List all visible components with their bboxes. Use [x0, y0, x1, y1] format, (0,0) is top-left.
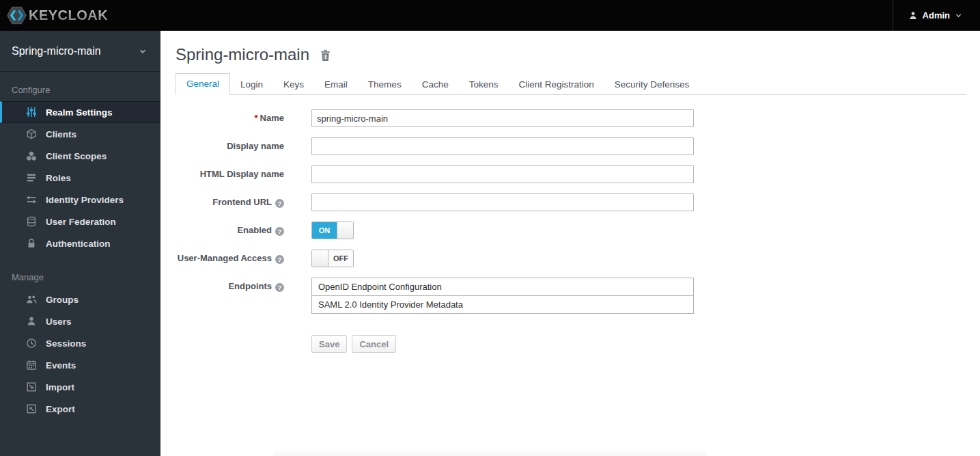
- import-box-icon: [25, 381, 37, 393]
- form-row-user-managed-access: User-Managed Access? OFF: [176, 250, 966, 267]
- cubes-icon: [25, 150, 37, 162]
- sidebar-item-sessions[interactable]: Sessions: [0, 332, 160, 354]
- tab-keys[interactable]: Keys: [273, 75, 314, 95]
- sidebar-item-label: Users: [46, 317, 72, 327]
- sidebar-item-label: Import: [46, 382, 74, 392]
- toggle-handle: [312, 250, 328, 267]
- brand-text: KEYCLOAK: [29, 8, 108, 23]
- sidebar-item-label: Realm Settings: [46, 107, 113, 118]
- main-content: Spring-micro-main General Login Keys Ema…: [160, 31, 980, 456]
- sidebar-item-import[interactable]: Import: [0, 376, 160, 398]
- sidebar-section-manage: Manage: [0, 254, 160, 289]
- tab-email[interactable]: Email: [314, 75, 358, 95]
- topbar: KEYCLOAK Admin: [0, 0, 980, 31]
- frontend-url-field-label: Frontend URL?: [176, 193, 284, 211]
- save-button[interactable]: Save: [311, 335, 347, 353]
- sidebar-item-identity-providers[interactable]: Identity Providers: [0, 189, 160, 211]
- toggle-on-label: ON: [312, 222, 337, 239]
- realm-general-form: *Name Display name HTML Display name: [176, 109, 966, 353]
- clock-icon: [25, 338, 37, 349]
- enabled-toggle[interactable]: ON: [311, 222, 354, 239]
- exchange-arrows-icon: [25, 194, 37, 206]
- html-display-name-input[interactable]: [311, 165, 694, 183]
- toggle-handle: [337, 222, 353, 239]
- delete-realm-button[interactable]: [320, 49, 331, 62]
- tab-login[interactable]: Login: [230, 75, 273, 95]
- tab-client-registration[interactable]: Client Registration: [508, 75, 604, 95]
- sidebar-item-groups[interactable]: Groups: [0, 289, 160, 310]
- sidebar-item-label: Groups: [46, 295, 79, 305]
- tab-cache[interactable]: Cache: [412, 75, 459, 95]
- help-icon[interactable]: ?: [275, 227, 284, 236]
- user-name-label: Admin: [923, 10, 950, 21]
- sidebar-item-clients[interactable]: Clients: [0, 123, 160, 145]
- keycloak-brand-link[interactable]: KEYCLOAK: [0, 5, 108, 25]
- trash-icon: [320, 49, 331, 62]
- enabled-field-label: Enabled?: [176, 222, 284, 239]
- sidebar-item-label: Events: [46, 360, 76, 371]
- keycloak-logo-icon: [7, 5, 27, 25]
- realm-selector-dropdown[interactable]: Spring-micro-main: [0, 31, 160, 72]
- saml-identity-provider-metadata-link[interactable]: SAML 2.0 Identity Provider Metadata: [311, 295, 694, 314]
- tab-general[interactable]: General: [176, 73, 230, 95]
- user-icon: [25, 316, 37, 327]
- form-row-enabled: Enabled? ON: [176, 222, 966, 239]
- name-field-label: *Name: [176, 109, 284, 127]
- sidebar-item-label: Authentication: [46, 239, 111, 249]
- form-row-actions: Save Cancel: [176, 324, 966, 353]
- toggle-off-label: OFF: [328, 250, 353, 267]
- sidebar-item-export[interactable]: Export: [0, 398, 160, 420]
- tab-tokens[interactable]: Tokens: [459, 75, 509, 95]
- list-icon: [25, 172, 37, 184]
- form-row-endpoints: Endpoints? OpenID Endpoint Configuration…: [176, 278, 966, 314]
- calendar-icon: [25, 360, 37, 371]
- sidebar-section-configure: Configure: [0, 72, 160, 101]
- chevron-down-icon: [139, 47, 147, 55]
- realm-name-label: Spring-micro-main: [12, 45, 101, 57]
- sidebar-item-label: Identity Providers: [46, 195, 124, 205]
- help-icon[interactable]: ?: [275, 199, 284, 208]
- sidebar-item-realm-settings[interactable]: Realm Settings: [0, 101, 160, 123]
- help-icon[interactable]: ?: [275, 283, 284, 292]
- openid-endpoint-configuration-link[interactable]: OpenID Endpoint Configuration: [311, 278, 694, 296]
- sidebar-item-label: Sessions: [46, 338, 86, 349]
- tab-security-defenses[interactable]: Security Defenses: [604, 75, 700, 95]
- sidebar-item-user-federation[interactable]: User Federation: [0, 211, 160, 232]
- user-managed-access-field-label: User-Managed Access?: [176, 250, 284, 267]
- sidebar-item-users[interactable]: Users: [0, 310, 160, 332]
- sidebar-item-label: Export: [46, 404, 75, 414]
- export-box-icon: [25, 403, 37, 415]
- user-icon: [908, 11, 918, 21]
- sidebar-item-label: Clients: [46, 129, 76, 139]
- endpoints-field-label: Endpoints?: [176, 278, 284, 295]
- sidebar-item-label: User Federation: [46, 217, 116, 227]
- footer-ghost: [273, 449, 707, 456]
- lock-icon: [25, 238, 37, 250]
- sidebar-item-roles[interactable]: Roles: [0, 167, 160, 189]
- sidebar-item-label: Client Scopes: [46, 151, 107, 161]
- tab-themes[interactable]: Themes: [358, 75, 412, 95]
- required-marker: *: [255, 113, 258, 123]
- html-display-name-field-label: HTML Display name: [176, 165, 284, 183]
- sidebar-item-authentication[interactable]: Authentication: [0, 232, 160, 254]
- page-title: Spring-micro-main: [176, 45, 309, 64]
- user-managed-access-toggle[interactable]: OFF: [311, 250, 354, 267]
- frontend-url-input[interactable]: [311, 193, 694, 211]
- form-row-name: *Name: [176, 109, 966, 127]
- display-name-field-label: Display name: [176, 137, 284, 155]
- name-input[interactable]: [311, 109, 694, 127]
- form-row-html-display-name: HTML Display name: [176, 165, 966, 183]
- display-name-input[interactable]: [311, 137, 694, 155]
- chevron-down-icon: [955, 12, 962, 19]
- user-menu-dropdown[interactable]: Admin: [893, 0, 980, 31]
- help-icon[interactable]: ?: [275, 255, 284, 264]
- database-icon: [25, 216, 37, 228]
- sliders-icon: [25, 107, 37, 118]
- group-icon: [25, 294, 37, 306]
- sidebar-item-events[interactable]: Events: [0, 354, 160, 376]
- sidebar-item-client-scopes[interactable]: Client Scopes: [0, 145, 160, 167]
- form-row-frontend-url: Frontend URL?: [176, 193, 966, 211]
- tab-bar: General Login Keys Email Themes Cache To…: [176, 72, 966, 95]
- cancel-button[interactable]: Cancel: [352, 335, 396, 353]
- cube-icon: [25, 129, 37, 140]
